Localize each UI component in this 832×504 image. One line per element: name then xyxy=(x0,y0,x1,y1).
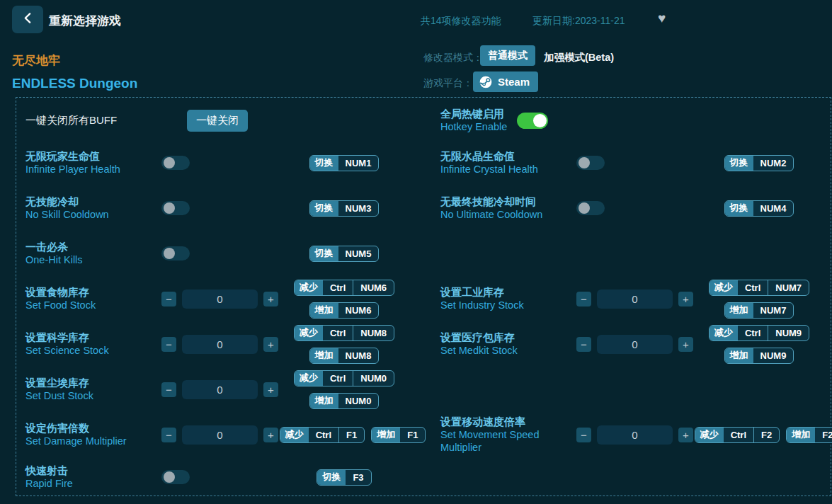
decrease-button[interactable]: − xyxy=(161,337,176,352)
value-field[interactable]: 0 xyxy=(597,425,673,445)
buff-all-off-label: 一键关闭所有BUFF xyxy=(25,114,187,127)
feature-label-cn: 设置科学库存 xyxy=(25,331,161,345)
decrease-hotkey-chip[interactable]: 减少 Ctrl NUM7 xyxy=(709,280,809,296)
feature-label-cn: 无技能冷却 xyxy=(25,195,161,209)
feature-toggle[interactable] xyxy=(161,156,190,170)
increase-chip-label: 增加 xyxy=(725,303,753,318)
feature-toggle[interactable] xyxy=(576,201,605,215)
hotkey-key: NUM0 xyxy=(353,371,394,386)
decrease-button[interactable]: − xyxy=(161,428,176,442)
increase-chip-label: 增加 xyxy=(310,348,338,363)
buff-all-off-button[interactable]: 一键关闭 xyxy=(187,110,248,132)
hotkey-enable-label-cn: 全局热键启用 xyxy=(440,108,517,121)
feature-count-text: 共14项修改器功能 xyxy=(421,15,501,28)
empty-cell xyxy=(440,457,802,497)
hotkey-key: NUM8 xyxy=(338,348,379,363)
feature-toggle[interactable] xyxy=(576,156,605,170)
platform-steam-button[interactable]: Steam xyxy=(473,71,538,92)
value-field[interactable]: 0 xyxy=(597,290,673,309)
game-name-cn: 无尽地牢 xyxy=(12,52,60,69)
feature-set-science-stock: 设置科学库存 Set Science Stock − 0 + 减少 Ctrl N… xyxy=(25,321,408,367)
increase-hotkey-chip[interactable]: 增加 F2 xyxy=(786,427,832,443)
increase-hotkey-chip[interactable]: 增加 NUM8 xyxy=(309,348,380,364)
feature-toggle[interactable] xyxy=(161,246,190,260)
hotkey-enable-toggle[interactable] xyxy=(517,113,548,129)
feature-label-en: Infinite Player Health xyxy=(25,163,161,176)
favorite-heart-icon[interactable]: ♥ xyxy=(658,11,666,26)
feature-label-cn: 设定伤害倍数 xyxy=(25,422,161,435)
decrease-hotkey-chip[interactable]: 减少 Ctrl NUM8 xyxy=(294,325,394,341)
feature-infinite-crystal-health: 无限水晶生命值 Infinite Crystal Health 切换 NUM2 xyxy=(440,140,802,185)
platform-label: 游戏平台： xyxy=(423,77,473,90)
value-field[interactable]: 0 xyxy=(597,335,673,354)
hotkey-key: F3 xyxy=(346,470,370,485)
page-title: 重新选择游戏 xyxy=(49,13,121,29)
decrease-button[interactable]: − xyxy=(576,292,591,307)
toggle-knob xyxy=(164,248,175,259)
ctrl-key: Ctrl xyxy=(724,428,753,442)
feature-label-en: Set Damage Multiplier xyxy=(25,435,161,447)
decrease-hotkey-chip[interactable]: 减少 Ctrl NUM6 xyxy=(294,280,394,296)
value-field[interactable]: 0 xyxy=(182,290,258,309)
hotkey-key: NUM7 xyxy=(768,280,809,295)
hotkey-chip[interactable]: 切换 NUM4 xyxy=(724,200,794,217)
decrease-hotkey-chip[interactable]: 减少 Ctrl NUM9 xyxy=(709,325,809,341)
feature-label-en: Set Movement Speed Multiplier xyxy=(440,428,576,454)
feature-label-cn: 无限玩家生命值 xyxy=(25,150,161,164)
hotkey-key: NUM4 xyxy=(753,201,794,216)
toggle-chip-label: 切换 xyxy=(310,246,338,261)
decrease-button[interactable]: − xyxy=(161,292,176,307)
buff-row: 一键关闭所有BUFF 一键关闭 xyxy=(25,101,408,140)
hotkey-chip[interactable]: 切换 F3 xyxy=(317,469,371,486)
feature-toggle[interactable] xyxy=(161,470,190,484)
feature-no-skill-cooldown: 无技能冷却 No Skill Cooldown 切换 NUM3 xyxy=(25,185,408,231)
value-field[interactable]: 0 xyxy=(182,425,258,445)
trainer-mode-label: 修改器模式： xyxy=(423,52,483,64)
hotkey-chip[interactable]: 切换 NUM2 xyxy=(724,155,794,171)
decrease-chip-label: 减少 xyxy=(710,326,738,340)
increase-hotkey-chip[interactable]: 增加 NUM0 xyxy=(309,393,380,409)
feature-set-industry-stock: 设置工业库存 Set Industry Stock − 0 + 减少 Ctrl … xyxy=(440,276,802,321)
toggle-chip-label: 切换 xyxy=(317,470,346,485)
empty-cell xyxy=(440,231,802,276)
decrease-chip-label: 减少 xyxy=(695,428,724,442)
mode-enhanced-button[interactable]: 加强模式(Beta) xyxy=(544,51,614,64)
hotkey-chip[interactable]: 切换 NUM3 xyxy=(309,200,380,217)
hotkey-key: NUM9 xyxy=(768,326,809,340)
decrease-button[interactable]: − xyxy=(576,337,591,352)
feature-label-en: Set Food Stock xyxy=(25,299,161,311)
ctrl-key: Ctrl xyxy=(323,371,353,386)
feature-rapid-fire: 快速射击 Rapid Fire 切换 F3 xyxy=(25,457,408,497)
increase-hotkey-chip[interactable]: 增加 NUM7 xyxy=(724,302,794,319)
decrease-hotkey-chip[interactable]: 减少 Ctrl NUM0 xyxy=(294,370,394,386)
decrease-button[interactable]: − xyxy=(576,428,591,442)
decrease-chip-label: 减少 xyxy=(280,428,309,442)
value-field[interactable]: 0 xyxy=(182,380,258,399)
mode-normal-button[interactable]: 普通模式 xyxy=(480,45,535,66)
hotkey-key: F1 xyxy=(338,428,364,442)
feature-label-en: One-Hit Kills xyxy=(25,253,161,266)
decrease-chip-label: 减少 xyxy=(710,280,738,295)
increase-hotkey-chip[interactable]: 增加 F1 xyxy=(371,427,426,443)
feature-label-cn: 无限水晶生命值 xyxy=(440,150,576,164)
value-field[interactable]: 0 xyxy=(182,335,258,354)
feature-toggle[interactable] xyxy=(161,201,190,215)
decrease-hotkey-chip[interactable]: 减少 Ctrl F2 xyxy=(695,427,780,443)
decrease-button[interactable]: − xyxy=(161,382,176,397)
feature-no-ultimate-cooldown: 无最终技能冷却时间 No Ultimate Cooldown 切换 NUM4 xyxy=(440,185,802,231)
hotkey-key: NUM7 xyxy=(753,303,794,318)
decrease-hotkey-chip[interactable]: 减少 Ctrl F1 xyxy=(280,427,365,443)
decrease-chip-label: 减少 xyxy=(295,326,323,340)
hotkey-key: F2 xyxy=(815,428,832,442)
steam-label: Steam xyxy=(498,76,530,88)
hotkey-key: NUM1 xyxy=(338,156,379,171)
increase-chip-label: 增加 xyxy=(372,428,400,442)
hotkey-key: NUM2 xyxy=(753,156,794,171)
back-button[interactable] xyxy=(12,6,43,33)
hotkey-chip[interactable]: 切换 NUM1 xyxy=(309,155,380,171)
increase-hotkey-chip[interactable]: 增加 NUM9 xyxy=(724,348,794,364)
increase-hotkey-chip[interactable]: 增加 NUM6 xyxy=(309,302,380,319)
toggle-knob xyxy=(579,202,590,214)
update-date-text: 更新日期:2023-11-21 xyxy=(532,15,625,28)
hotkey-chip[interactable]: 切换 NUM5 xyxy=(309,246,380,262)
